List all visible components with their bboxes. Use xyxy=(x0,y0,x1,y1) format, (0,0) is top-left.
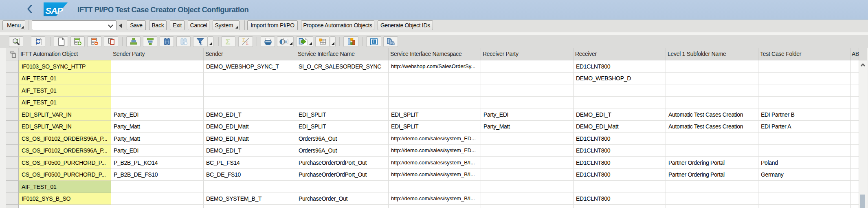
svg-text:SAP: SAP xyxy=(46,6,64,16)
svg-text:Σ: Σ xyxy=(242,38,245,42)
svg-text:Σ: Σ xyxy=(225,37,230,46)
svg-text:Σ: Σ xyxy=(246,41,249,46)
